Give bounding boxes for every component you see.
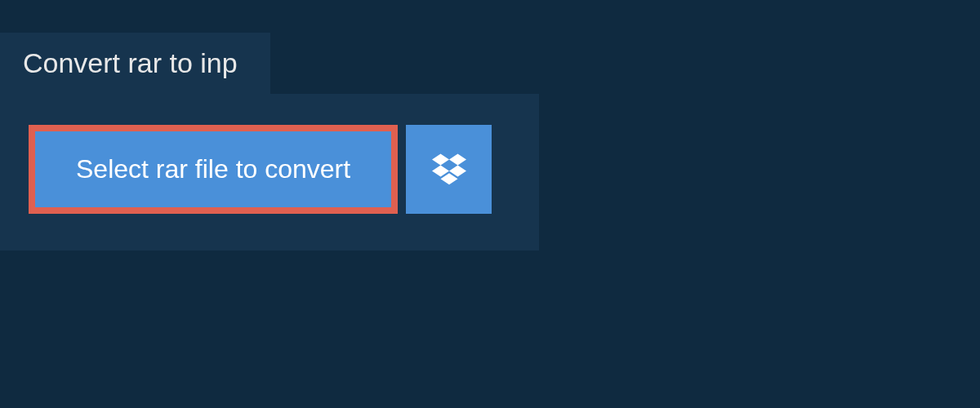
select-file-button[interactable]: Select rar file to convert [29, 125, 398, 214]
converter-panel: Select rar file to convert [0, 94, 539, 251]
dropbox-button[interactable] [406, 125, 492, 214]
tab-label: Convert rar to inp [23, 47, 238, 78]
select-file-label: Select rar file to convert [76, 154, 350, 184]
tab-bar: Convert rar to inp [0, 0, 980, 94]
tab-convert[interactable]: Convert rar to inp [0, 33, 270, 94]
dropbox-icon [432, 151, 466, 188]
